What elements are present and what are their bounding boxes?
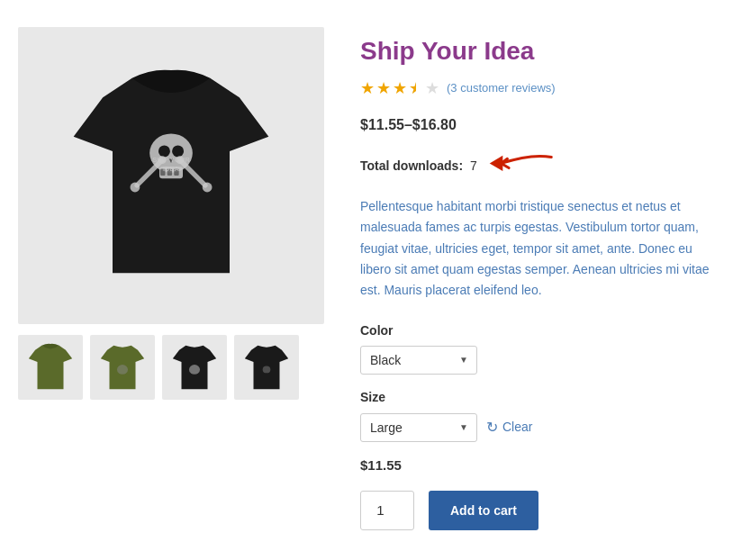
refresh-icon: ↻ xyxy=(486,416,498,439)
thumbnail-black-small[interactable] xyxy=(234,335,299,400)
size-option-row: Small Medium Large XL XXL ↻ Clear xyxy=(360,413,724,442)
color-select[interactable]: Black Olive Navy xyxy=(360,346,477,375)
main-product-image: SHIP YOUR IDEA xyxy=(18,27,324,324)
star-4: ★ ★ xyxy=(409,76,423,102)
clear-size-link[interactable]: ↻ Clear xyxy=(486,416,532,439)
color-select-wrapper[interactable]: Black Olive Navy xyxy=(360,346,477,375)
product-title: Ship Your Idea xyxy=(360,36,724,67)
product-info: Ship Your Idea ★ ★ ★ ★ ★ ★ (3 customer r… xyxy=(360,27,724,530)
current-price: $11.55 xyxy=(360,455,724,476)
color-label: Color xyxy=(360,321,724,340)
rating-row: ★ ★ ★ ★ ★ ★ (3 customer reviews) xyxy=(360,76,724,102)
svg-text:IDEA: IDEA xyxy=(163,165,180,173)
svg-point-15 xyxy=(117,365,128,375)
size-select-wrapper[interactable]: Small Medium Large XL XXL xyxy=(360,413,477,442)
downloads-row: Total downloads: 7 xyxy=(360,149,724,182)
star-rating: ★ ★ ★ ★ ★ ★ xyxy=(360,76,439,102)
color-option-row: Black Olive Navy xyxy=(360,346,724,375)
color-option-group: Color Black Olive Navy xyxy=(360,321,724,375)
product-page: SHIP YOUR IDEA xyxy=(0,0,742,557)
svg-point-8 xyxy=(131,183,140,193)
svg-point-16 xyxy=(189,365,200,375)
downloads-value: 7 xyxy=(470,156,477,176)
thumbnail-olive-graphic[interactable] xyxy=(90,335,155,400)
product-description: Pellentesque habitant morbi tristique se… xyxy=(360,196,724,300)
size-select[interactable]: Small Medium Large XL XXL xyxy=(360,413,477,442)
product-images: SHIP YOUR IDEA xyxy=(18,27,324,530)
size-option-group: Size Small Medium Large XL XXL ↻ Clear xyxy=(360,387,724,441)
star-2: ★ xyxy=(376,76,391,102)
star-3: ★ xyxy=(393,76,407,102)
star-1: ★ xyxy=(360,76,375,102)
review-count-link[interactable]: (3 customer reviews) xyxy=(447,79,556,98)
downloads-arrow-indicator xyxy=(484,149,556,182)
cart-row: Add to cart xyxy=(360,491,724,530)
quantity-input[interactable] xyxy=(360,491,414,530)
downloads-label: Total downloads: xyxy=(360,156,463,176)
thumbnail-olive[interactable] xyxy=(18,335,83,400)
svg-text:SHIP YOUR: SHIP YOUR xyxy=(152,156,190,164)
thumbnail-list xyxy=(18,335,324,400)
svg-point-11 xyxy=(203,183,213,193)
thumbnail-black[interactable] xyxy=(162,335,227,400)
svg-point-17 xyxy=(263,366,271,374)
size-label: Size xyxy=(360,387,724,407)
star-5: ★ xyxy=(425,76,439,102)
clear-label: Clear xyxy=(502,417,532,437)
price-range: $11.55–$16.80 xyxy=(360,113,724,137)
add-to-cart-button[interactable]: Add to cart xyxy=(429,491,538,530)
tshirt-svg: SHIP YOUR IDEA xyxy=(72,59,270,293)
svg-marker-18 xyxy=(490,156,503,171)
